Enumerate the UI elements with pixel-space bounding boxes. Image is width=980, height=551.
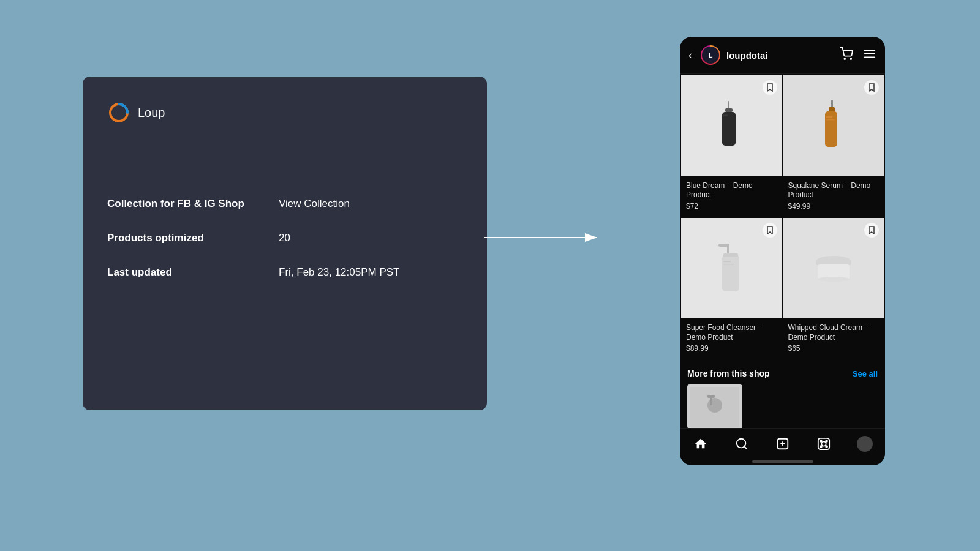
pump-bottle-svg [710, 238, 753, 299]
svg-rect-30 [707, 395, 715, 398]
svg-point-39 [826, 440, 827, 442]
products-scroll[interactable]: Blue Dream – Demo Product $72 [680, 74, 885, 428]
svg-rect-20 [723, 261, 731, 262]
menu-icon[interactable] [863, 47, 876, 64]
svg-rect-21 [723, 264, 734, 265]
bookmark-btn-1[interactable] [763, 80, 777, 95]
svg-rect-36 [818, 438, 829, 449]
product-name-2: Squalane Serum – Demo Product [788, 181, 880, 200]
product-image-3 [681, 218, 782, 319]
logo-text: Loup [138, 106, 165, 120]
svg-rect-9 [725, 108, 733, 112]
ig-header: ‹ L loupdotai [680, 37, 885, 74]
nav-reels[interactable] [812, 435, 836, 453]
home-bar [752, 460, 813, 463]
info-grid: Collection for FB & IG Shop View Collect… [107, 198, 462, 279]
nav-home[interactable] [688, 435, 713, 453]
info-row-collection: Collection for FB & IG Shop View Collect… [107, 198, 462, 210]
back-button[interactable]: ‹ [688, 49, 692, 62]
more-title: More from this shop [687, 369, 770, 378]
ig-username[interactable]: loupdotai [726, 50, 834, 61]
product-card-1[interactable]: Blue Dream – Demo Product $72 [681, 75, 782, 217]
see-all-link[interactable]: See all [853, 369, 878, 378]
product-image-1 [681, 75, 782, 176]
bookmark-btn-4[interactable] [864, 223, 879, 238]
more-header: More from this shop See all [687, 369, 878, 378]
svg-rect-10 [722, 112, 736, 146]
product-price-3: $89.99 [686, 344, 777, 353]
home-indicator [680, 457, 885, 465]
more-thumbnail[interactable] [687, 384, 742, 428]
product-price-1: $72 [686, 202, 777, 211]
cart-icon[interactable] [840, 47, 853, 64]
svg-point-31 [736, 439, 745, 448]
product-card-3[interactable]: Super Food Cleanser – Demo Product $89.9… [681, 218, 782, 359]
products-grid: Blue Dream – Demo Product $72 [680, 74, 885, 360]
svg-rect-22 [723, 253, 738, 257]
logo-area: Loup [107, 101, 462, 124]
svg-point-41 [826, 446, 827, 448]
svg-rect-15 [826, 116, 832, 118]
nav-profile[interactable] [853, 435, 877, 453]
info-row-products: Products optimized 20 [107, 232, 462, 244]
nav-search[interactable] [729, 435, 754, 453]
ig-bottom-nav [680, 428, 885, 457]
thumbnail-image [690, 387, 739, 427]
product-name-1: Blue Dream – Demo Product [686, 181, 777, 200]
value-updated: Fri, Feb 23, 12:05PM PST [279, 266, 399, 279]
info-row-updated: Last updated Fri, Feb 23, 12:05PM PST [107, 266, 462, 279]
amber-bottle-svg [815, 95, 852, 156]
ig-header-icons [840, 47, 876, 64]
product-info-3: Super Food Cleanser – Demo Product $89.9… [681, 318, 782, 359]
product-info-4: Whipped Cloud Cream – Demo Product $65 [783, 318, 884, 359]
label-updated: Last updated [107, 266, 279, 279]
product-name-3: Super Food Cleanser – Demo Product [686, 323, 777, 342]
loup-logo-icon [107, 101, 130, 124]
svg-rect-29 [710, 397, 712, 405]
svg-point-28 [707, 398, 722, 413]
value-collection[interactable]: View Collection [279, 198, 350, 210]
svg-rect-11 [723, 114, 728, 116]
bookmark-btn-2[interactable] [864, 80, 879, 95]
more-section: More from this shop See all [680, 360, 885, 428]
left-card: Loup Collection for FB & IG Shop View Co… [83, 77, 487, 410]
svg-rect-13 [829, 107, 835, 112]
profile-avatar [857, 436, 873, 452]
label-products: Products optimized [107, 232, 279, 244]
svg-line-32 [744, 446, 747, 449]
label-collection: Collection for FB & IG Shop [107, 198, 279, 210]
product-info-2: Squalane Serum – Demo Product $49.99 [783, 176, 884, 217]
phone-mockup: ‹ L loupdotai [680, 37, 885, 465]
nav-add[interactable] [771, 435, 795, 453]
product-price-4: $65 [788, 344, 880, 353]
product-card-4[interactable]: Whipped Cloud Cream – Demo Product $65 [783, 218, 884, 359]
value-products: 20 [279, 232, 290, 244]
product-price-2: $49.99 [788, 202, 880, 211]
svg-rect-18 [718, 244, 729, 247]
product-name-4: Whipped Cloud Cream – Demo Product [788, 323, 880, 342]
svg-point-37 [821, 441, 826, 446]
svg-rect-19 [722, 255, 739, 291]
svg-rect-12 [831, 100, 833, 108]
svg-point-40 [820, 446, 822, 448]
cream-jar-svg [809, 250, 858, 287]
svg-rect-16 [826, 119, 835, 121]
svg-point-26 [818, 277, 850, 282]
product-image-4 [783, 218, 884, 319]
dark-bottle-svg [713, 95, 750, 156]
arrow-connector [484, 219, 606, 256]
product-card-2[interactable]: Squalane Serum – Demo Product $49.99 [783, 75, 884, 217]
avatar: L [701, 45, 720, 65]
svg-point-4 [850, 58, 851, 59]
product-image-2 [783, 75, 884, 176]
product-info-1: Blue Dream – Demo Product $72 [681, 176, 782, 217]
svg-rect-24 [816, 260, 851, 265]
bookmark-btn-3[interactable] [763, 223, 777, 238]
svg-point-3 [844, 58, 845, 59]
svg-point-38 [820, 440, 822, 442]
